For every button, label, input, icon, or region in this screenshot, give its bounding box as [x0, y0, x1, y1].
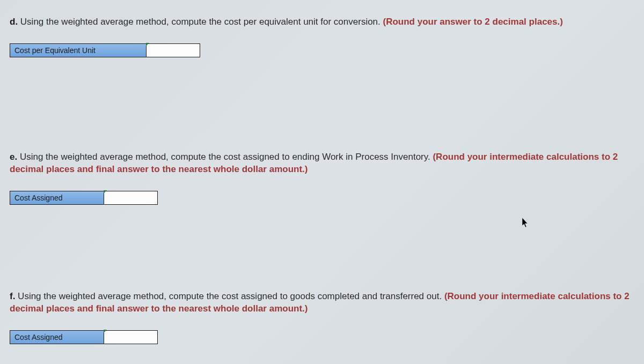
question-d-instruction: (Round your answer to 2 decimal places.)	[383, 17, 563, 27]
cost-assigned-ending-wip-input[interactable]	[104, 191, 158, 205]
answer-row-f: Cost Assigned	[10, 330, 634, 344]
question-f-body: Using the weighted average method, compu…	[15, 291, 444, 301]
answer-label-f: Cost Assigned	[10, 330, 104, 344]
answer-row-d: Cost per Equivalent Unit	[10, 43, 634, 57]
cost-per-equivalent-unit-input[interactable]	[147, 43, 200, 57]
question-e-label: e.	[10, 152, 17, 162]
question-d-text: d. Using the weighted average method, co…	[10, 16, 634, 28]
input-wrap-f	[104, 330, 158, 344]
question-f: f. Using the weighted average method, co…	[10, 291, 634, 344]
question-f-label: f.	[10, 291, 15, 301]
question-d: d. Using the weighted average method, co…	[10, 16, 634, 57]
input-wrap-d	[147, 43, 200, 57]
question-d-label: d.	[10, 17, 18, 27]
answer-label-e: Cost Assigned	[10, 191, 104, 205]
answer-label-d: Cost per Equivalent Unit	[10, 43, 147, 57]
question-f-text: f. Using the weighted average method, co…	[10, 291, 634, 315]
question-d-body: Using the weighted average method, compu…	[18, 17, 383, 27]
spacer	[10, 218, 634, 291]
question-e-text: e. Using the weighted average method, co…	[10, 151, 634, 176]
question-e: e. Using the weighted average method, co…	[10, 151, 634, 205]
question-e-body: Using the weighted average method, compu…	[17, 152, 433, 162]
spacer	[10, 71, 634, 151]
answer-row-e: Cost Assigned	[10, 191, 634, 205]
input-wrap-e	[104, 191, 158, 205]
cost-assigned-transferred-out-input[interactable]	[104, 330, 158, 344]
